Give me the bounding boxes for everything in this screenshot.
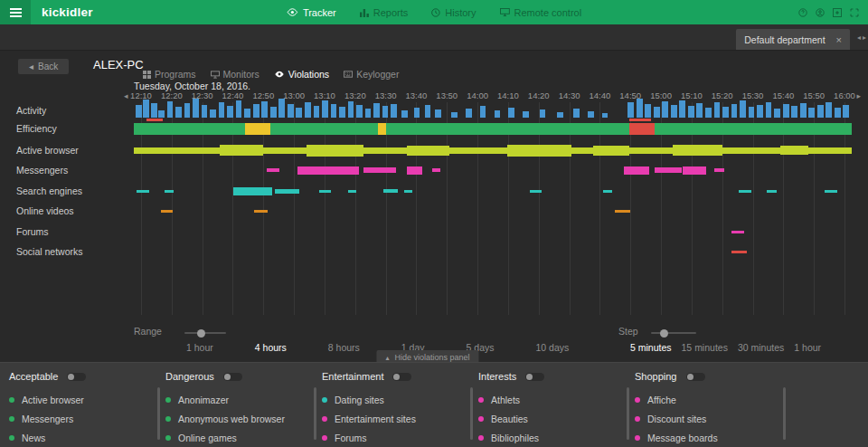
activity-bar — [261, 101, 268, 118]
violation-color-dot — [635, 416, 640, 422]
hide-violations-label: Hide violations panel — [394, 353, 469, 362]
column-scrollbar[interactable] — [470, 387, 473, 440]
step-option-30-minutes[interactable]: 30 minutes — [738, 342, 784, 353]
forums-segment — [731, 231, 744, 233]
tick-label: 13:40 — [401, 90, 431, 100]
category-item-label: Online games — [178, 433, 237, 443]
row-label-activity: Activity — [16, 105, 46, 116]
scroll-tabs-left-icon[interactable] — [857, 33, 861, 42]
tick-label: 16:00 — [829, 90, 860, 100]
tab-default-department[interactable]: Default department — [736, 29, 850, 50]
column-scrollbar[interactable] — [783, 387, 786, 440]
search-engines-segment — [319, 190, 331, 193]
step-option-5-minutes[interactable]: 5 minutes — [630, 342, 672, 353]
category-item-anonymous-web-browser[interactable]: Anonymous web browser — [165, 409, 310, 428]
category-toggle[interactable] — [525, 373, 544, 381]
messengers-segment — [267, 168, 279, 172]
activity-bar — [627, 102, 634, 118]
violation-color-dot — [9, 397, 14, 403]
column-scrollbar[interactable] — [157, 387, 160, 440]
messengers-segment — [714, 168, 725, 172]
category-header: Acceptable — [9, 371, 154, 382]
activity-bar — [158, 110, 165, 118]
violation-color-dot — [635, 397, 640, 403]
category-acceptable: AcceptableActive browserMessengersNews — [9, 371, 154, 447]
category-item-label: Dating sites — [335, 395, 384, 405]
activity-bar — [278, 99, 285, 118]
category-name: Interests — [478, 371, 516, 382]
category-item-dating-sites[interactable]: Dating sites — [322, 390, 467, 409]
topbar-icons — [798, 8, 868, 17]
column-scrollbar[interactable] — [627, 387, 629, 440]
category-item-active-browser[interactable]: Active browser — [9, 390, 154, 409]
category-item-beauties[interactable]: Beauties — [478, 409, 623, 428]
column-scrollbar[interactable] — [314, 387, 316, 440]
close-icon[interactable] — [836, 34, 842, 45]
category-item-athlets[interactable]: Athlets — [478, 390, 623, 409]
nav-item-remote-control[interactable]: Remote control — [500, 7, 582, 18]
activity-bar — [451, 112, 458, 118]
range-option-1-hour[interactable]: 1 hour — [186, 342, 213, 353]
tab-programs[interactable]: Programs — [143, 69, 196, 80]
timeline-grid[interactable]: 12:1012:2012:3012:4012:5013:0013:1013:20… — [134, 90, 852, 315]
category-item-affiche[interactable]: Affiche — [635, 390, 779, 409]
tick-label: 12:50 — [248, 90, 278, 100]
category-toggle[interactable] — [67, 373, 86, 381]
back-button[interactable]: Back — [18, 59, 69, 74]
new-window-icon[interactable] — [833, 8, 842, 17]
activity-bar — [143, 100, 149, 118]
nav-item-reports[interactable]: Reports — [360, 7, 409, 18]
history-icon — [431, 8, 440, 17]
category-toggle[interactable] — [223, 373, 242, 381]
collapse-icon — [385, 353, 389, 362]
tick-label: 14:30 — [554, 90, 585, 100]
fullscreen-icon[interactable] — [850, 8, 859, 17]
range-option-4-hours[interactable]: 4 hours — [255, 342, 287, 353]
search-engines-segment — [767, 190, 777, 193]
efficiency-segment — [270, 123, 378, 135]
user-icon[interactable] — [816, 8, 825, 17]
category-item-anonimazer[interactable]: Anonimazer — [165, 390, 310, 409]
row-label-online-videos: Online videos — [16, 205, 74, 216]
category-entertainment: EntertainmentDating sitesEntertainment s… — [322, 371, 467, 447]
range-slider-knob[interactable] — [197, 329, 205, 338]
step-option-15-minutes[interactable]: 15 minutes — [682, 342, 728, 353]
category-item-entertainment-sites[interactable]: Entertainment sites — [322, 409, 467, 428]
category-name: Dangerous — [165, 371, 214, 382]
violation-color-dot — [322, 397, 327, 403]
activity-bar — [227, 106, 233, 118]
category-item-message-boards[interactable]: Message boards — [635, 428, 779, 447]
violation-color-dot — [478, 416, 484, 422]
step-slider-knob[interactable] — [660, 329, 668, 338]
tab-keylogger[interactable]: Keylogger — [344, 69, 399, 80]
scroll-tabs-right-icon[interactable] — [863, 33, 866, 42]
category-item-news[interactable]: News — [9, 428, 154, 447]
help-icon[interactable] — [798, 8, 807, 17]
tick-label: 13:30 — [371, 90, 401, 100]
nav-item-tracker[interactable]: Tracker — [287, 7, 336, 18]
category-item-forums[interactable]: Forums — [322, 428, 467, 447]
category-item-bibliophiles[interactable]: Bibliophiles — [478, 428, 623, 447]
range-slider[interactable] — [184, 332, 226, 334]
activity-bar — [766, 102, 772, 118]
activity-bar — [774, 109, 780, 118]
activity-bar — [414, 108, 420, 118]
activity-bar — [314, 106, 320, 118]
category-item-online-games[interactable]: Online games — [165, 428, 310, 447]
tab-monitors[interactable]: Monitors — [211, 69, 259, 80]
tab-violations[interactable]: Violations — [274, 69, 329, 80]
activity-bar — [808, 108, 815, 118]
step-slider[interactable] — [651, 332, 696, 334]
nav-item-history[interactable]: History — [431, 7, 476, 18]
tab-scroll-arrows — [857, 33, 866, 42]
nav-item-label: Reports — [373, 7, 409, 18]
category-item-discount-sites[interactable]: Discount sites — [635, 409, 779, 428]
category-toggle[interactable] — [392, 373, 411, 381]
step-option-1-hour[interactable]: 1 hour — [794, 342, 821, 353]
category-toggle[interactable] — [686, 373, 705, 381]
category-item-label: Active browser — [22, 395, 84, 405]
range-option-8-hours[interactable]: 8 hours — [328, 342, 360, 353]
range-option-10-days[interactable]: 10 days — [535, 342, 569, 353]
menu-button[interactable] — [0, 0, 31, 24]
category-item-messengers[interactable]: Messengers — [9, 409, 154, 428]
